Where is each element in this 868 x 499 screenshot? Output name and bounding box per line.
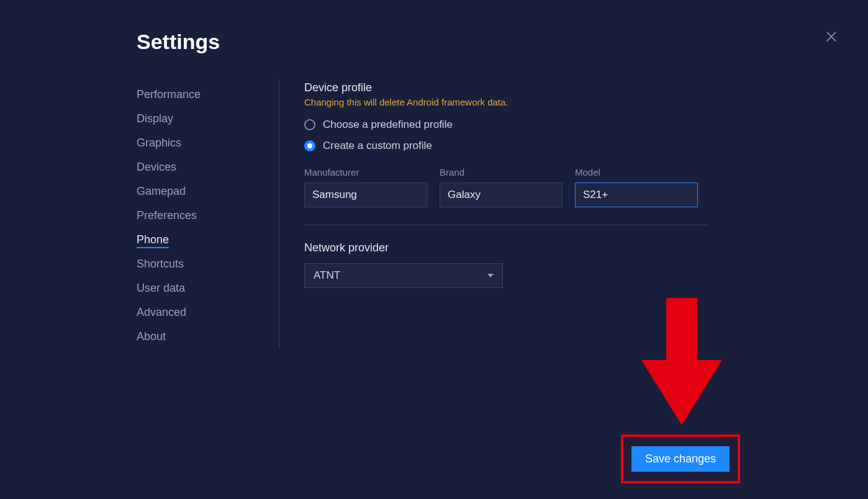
dropdown-value: ATNT bbox=[314, 269, 340, 282]
radio-icon bbox=[304, 140, 315, 151]
brand-input[interactable] bbox=[440, 182, 563, 207]
sidebar-item-gamepad[interactable]: Gamepad bbox=[137, 179, 279, 204]
device-profile-heading: Device profile bbox=[304, 81, 831, 94]
sidebar-item-label: User data bbox=[137, 282, 185, 294]
sidebar-item-preferences[interactable]: Preferences bbox=[137, 204, 279, 228]
section-divider bbox=[304, 225, 708, 225]
radio-label: Create a custom profile bbox=[323, 140, 432, 152]
model-label: Model bbox=[575, 167, 698, 178]
radio-predefined-profile[interactable]: Choose a predefined profile bbox=[304, 119, 831, 131]
network-provider-dropdown[interactable]: ATNT bbox=[304, 263, 503, 288]
sidebar-item-devices[interactable]: Devices bbox=[137, 155, 279, 179]
sidebar-item-label: Graphics bbox=[137, 137, 181, 149]
sidebar-item-label: Advanced bbox=[137, 306, 186, 318]
sidebar-item-shortcuts[interactable]: Shortcuts bbox=[137, 252, 279, 276]
save-changes-button[interactable]: Save changes bbox=[631, 446, 730, 472]
settings-sidebar: Performance Display Graphics Devices Gam… bbox=[137, 79, 279, 349]
page-title: Settings bbox=[137, 30, 831, 54]
radio-label: Choose a predefined profile bbox=[323, 119, 453, 131]
manufacturer-label: Manufacturer bbox=[304, 167, 427, 178]
chevron-down-icon bbox=[487, 274, 494, 277]
sidebar-item-label: About bbox=[137, 330, 166, 343]
radio-custom-profile[interactable]: Create a custom profile bbox=[304, 140, 831, 152]
sidebar-item-label: Devices bbox=[137, 161, 176, 173]
sidebar-item-graphics[interactable]: Graphics bbox=[137, 131, 279, 155]
sidebar-item-label: Phone bbox=[137, 233, 169, 248]
sidebar-item-user-data[interactable]: User data bbox=[137, 276, 279, 300]
sidebar-item-phone[interactable]: Phone bbox=[137, 228, 279, 252]
manufacturer-input[interactable] bbox=[304, 182, 427, 207]
svg-marker-3 bbox=[641, 360, 722, 425]
sidebar-item-label: Gamepad bbox=[137, 185, 186, 197]
settings-main: Device profile Changing this will delete… bbox=[279, 79, 831, 349]
sidebar-item-label: Preferences bbox=[137, 209, 197, 222]
sidebar-item-label: Display bbox=[137, 112, 173, 125]
sidebar-item-performance[interactable]: Performance bbox=[137, 83, 279, 107]
close-button[interactable] bbox=[825, 30, 838, 46]
network-provider-heading: Network provider bbox=[304, 241, 831, 254]
brand-label: Brand bbox=[440, 167, 563, 178]
sidebar-item-label: Performance bbox=[137, 88, 201, 101]
sidebar-item-about[interactable]: About bbox=[137, 325, 279, 349]
close-icon bbox=[825, 35, 838, 45]
annotation-highlight-box: Save changes bbox=[621, 434, 740, 483]
sidebar-item-display[interactable]: Display bbox=[137, 107, 279, 131]
model-input[interactable] bbox=[575, 182, 698, 207]
device-profile-warning: Changing this will delete Android framew… bbox=[304, 97, 831, 107]
sidebar-item-label: Shortcuts bbox=[137, 258, 184, 270]
sidebar-item-advanced[interactable]: Advanced bbox=[137, 300, 279, 325]
radio-icon bbox=[304, 119, 315, 130]
